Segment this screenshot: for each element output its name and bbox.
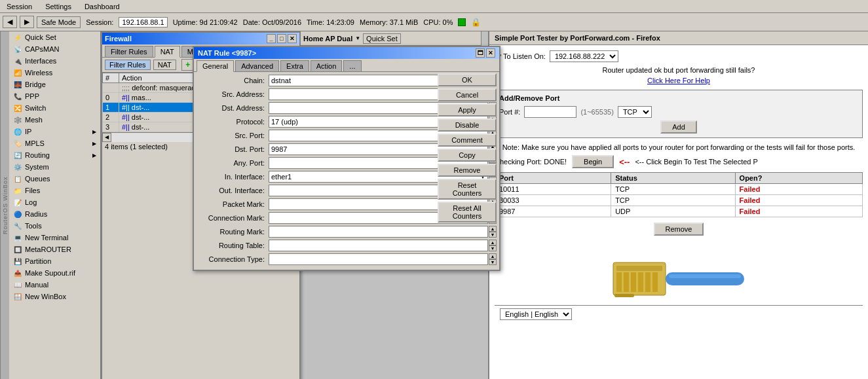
sidebar-item-files[interactable]: 📁 Files (9, 185, 100, 196)
firewall-close-button[interactable]: ✕ (288, 34, 297, 43)
nat-dialog-close-button[interactable]: ✕ (486, 48, 495, 58)
sidebar-item-metarouter[interactable]: 🔲 MetaROUTER (9, 244, 100, 255)
sidebar-item-log[interactable]: 📝 Log (9, 196, 100, 208)
conn-type-expand: ▲ ▼ (489, 253, 497, 265)
sidebar-label-bridge: Bridge (25, 81, 46, 88)
sidebar-item-ip[interactable]: 🌐 IP ▶ (9, 126, 100, 137)
metarouter-icon: 🔲 (13, 245, 22, 254)
conntype-down-icon[interactable]: ▼ (489, 259, 497, 265)
listen-row: IP To Listen On: 192.168.88.222 (495, 50, 863, 62)
sidebar-item-wireless[interactable]: 📶 Wireless (9, 67, 100, 79)
ok-button[interactable]: OK (438, 73, 497, 86)
cell-num: 2 (103, 113, 119, 122)
content-area: Firewall _ □ ✕ Filter Rules NAT Mangle F… (101, 31, 868, 379)
session-info: Session: 192.168.88.1 Uptime: 9d 21:09:4… (86, 17, 481, 27)
sidebar-item-capsman[interactable]: 📡 CAPsMAN (9, 43, 100, 55)
bridge-icon: 🌉 (13, 80, 22, 89)
apply-button[interactable]: Apply (438, 103, 497, 117)
quick-set-icon: ⚡ (13, 33, 22, 42)
protocol-value: 17 (udp) (271, 118, 298, 126)
reset-counters-button[interactable]: Reset Counters (438, 179, 497, 200)
cancel-button[interactable]: Cancel (438, 88, 497, 101)
right-panel-content: IP To Listen On: 192.168.88.222 Router u… (489, 45, 868, 328)
rtmark-up-icon[interactable]: ▲ (489, 226, 497, 232)
back-button[interactable]: ◀ (3, 16, 17, 28)
tab-filter-rules[interactable]: Filter Rules (105, 46, 153, 57)
rttable-down-icon[interactable]: ▼ (489, 245, 497, 251)
sidebar-item-new-terminal[interactable]: 💻 New Terminal (9, 232, 100, 244)
firewall-minimize-button[interactable]: _ (267, 34, 276, 43)
sidebar-item-radius[interactable]: 🔵 Radius (9, 208, 100, 220)
forward-button[interactable]: ▶ (20, 16, 34, 28)
remove-nat-button[interactable]: Remove (438, 164, 497, 177)
sidebar-item-make-supout[interactable]: 📤 Make Supout.rif (9, 267, 100, 279)
tab-nat-general[interactable]: General (197, 60, 234, 72)
language-bar: English | English (495, 305, 863, 323)
sidebar-label-new-terminal: New Terminal (25, 234, 68, 242)
disable-button[interactable]: Disable (438, 118, 497, 132)
system-icon: ⚙️ (13, 162, 22, 171)
sidebar-label-tools: Tools (25, 222, 42, 230)
port-number-input[interactable] (524, 106, 576, 118)
firewall-maximize-button[interactable]: □ (277, 34, 286, 43)
routing-icon: 🔄 (13, 151, 22, 160)
connection-type-input[interactable] (269, 253, 488, 265)
scroll-left-button[interactable]: ◀ (102, 133, 111, 142)
tab-nat-advanced[interactable]: Advanced (235, 60, 279, 71)
tab-nat-more[interactable]: ... (343, 60, 361, 71)
remove-port-button[interactable]: Remove (654, 223, 704, 236)
src-address-label: Src. Address: (197, 90, 269, 98)
col-open: Open? (735, 173, 862, 184)
nat-dialog-restore-button[interactable]: 🗖 (476, 48, 485, 58)
sidebar-item-manual[interactable]: 📖 Manual (9, 279, 100, 291)
filter-rules-button[interactable]: Filter Rules (105, 60, 151, 70)
safe-mode-button[interactable]: Safe Mode (37, 16, 81, 28)
menu-session[interactable]: Session (3, 2, 36, 11)
language-select[interactable]: English | English (500, 308, 572, 320)
add-port-button[interactable]: Add (660, 120, 697, 134)
routing-table-input[interactable] (269, 240, 488, 251)
tab-nat-action[interactable]: Action (311, 60, 343, 71)
comment-button[interactable]: Comment (438, 134, 497, 147)
listen-select[interactable]: 192.168.88.222 (550, 50, 618, 62)
sidebar-item-ppp[interactable]: 📞 PPP (9, 90, 100, 102)
copy-button[interactable]: Copy (438, 149, 497, 162)
sidebar-item-switch[interactable]: 🔀 Switch (9, 102, 100, 114)
routing-table-expand: ▲ ▼ (489, 240, 497, 251)
tab-nat-extra[interactable]: Extra (280, 60, 309, 71)
result-open: Failed (735, 184, 862, 195)
rttable-up-icon[interactable]: ▲ (489, 240, 497, 245)
sidebar-item-partition[interactable]: 💾 Partition (9, 255, 100, 267)
sidebar: ⚡ Quick Set 📡 CAPsMAN 🔌 Interfaces 📶 Wir… (9, 31, 101, 379)
rtmark-down-icon[interactable]: ▼ (489, 232, 497, 238)
sidebar-item-queues[interactable]: 📋 Queues (9, 173, 100, 185)
sidebar-item-system[interactable]: ⚙️ System (9, 161, 100, 173)
sidebar-item-routing[interactable]: 🔄 Routing ▶ (9, 149, 100, 161)
nat-action-buttons: OK Cancel Apply Disable Comment Copy Rem… (438, 73, 497, 223)
dst-port-label: Dst. Port: (197, 145, 269, 153)
sidebar-item-mpls[interactable]: 🏷️ MPLS ▶ (9, 137, 100, 149)
any-port-label: Any. Port: (197, 159, 269, 167)
radius-icon: 🔵 (13, 209, 22, 219)
help-link[interactable]: Click Here For Help (495, 77, 863, 84)
sidebar-item-new-winbox[interactable]: 🪟 New WinBox (9, 291, 100, 302)
sidebar-item-bridge[interactable]: 🌉 Bridge (9, 79, 100, 90)
sidebar-label-interfaces: Interfaces (25, 57, 56, 65)
sidebar-label-system: System (25, 163, 49, 171)
begin-button[interactable]: Begin (572, 155, 614, 168)
routing-mark-input[interactable] (269, 226, 488, 238)
conntype-up-icon[interactable]: ▲ (489, 253, 497, 259)
filter-nat-button[interactable]: NAT (153, 60, 176, 70)
sidebar-item-tools[interactable]: 🔧 Tools (9, 220, 100, 232)
menu-settings[interactable]: Settings (41, 2, 75, 11)
protocol-dropdown[interactable]: TCP UDP (618, 106, 652, 118)
reset-all-counters-button[interactable]: Reset All Counters (438, 202, 497, 223)
menu-dashboard[interactable]: Dashboard (81, 2, 124, 11)
svg-rect-7 (652, 272, 658, 292)
sidebar-item-mesh[interactable]: 🕸️ Mesh (9, 114, 100, 126)
packet-mark-label: Packet Mark: (197, 200, 269, 208)
sidebar-item-quick-set[interactable]: ⚡ Quick Set (9, 31, 100, 43)
sidebar-item-interfaces[interactable]: 🔌 Interfaces (9, 55, 100, 67)
sidebar-label-routing: Routing (25, 151, 50, 159)
tab-nat[interactable]: NAT (155, 46, 180, 58)
